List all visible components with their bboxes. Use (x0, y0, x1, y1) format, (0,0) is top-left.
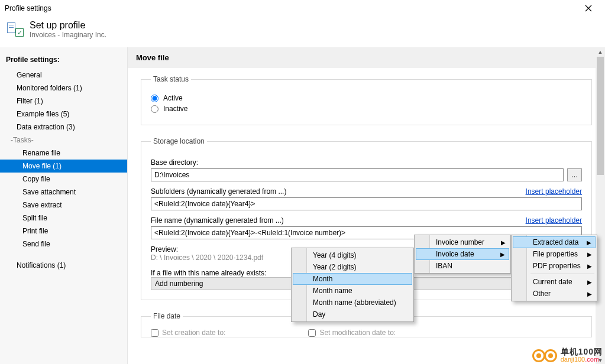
sidebar-item-data-extraction[interactable]: Data extraction (3) (0, 121, 127, 134)
sidebar-section-tasks: -Tasks- (0, 134, 127, 147)
storage-location-legend: Storage location (151, 137, 207, 145)
checkbox-set-modification[interactable] (308, 329, 316, 337)
menu-item-day[interactable]: Day (293, 308, 412, 320)
set-creation-label: Set creation date to: (162, 329, 225, 337)
menu-item-month-name-abbr[interactable]: Month name (abbreviated) (293, 297, 412, 308)
menu-item-year4[interactable]: Year (4 digits) (293, 249, 412, 261)
base-dir-input[interactable] (151, 168, 564, 181)
watermark-logo-icon (532, 347, 557, 364)
radio-inactive-label: Inactive (163, 105, 187, 113)
sidebar-item-filter[interactable]: Filter (1) (0, 95, 127, 108)
scroll-thumb[interactable] (597, 57, 604, 175)
menu-item-pdf-properties[interactable]: PDF properties▶ (513, 260, 596, 272)
checkbox-set-creation[interactable] (151, 329, 158, 337)
scroll-up-icon[interactable]: ▲ (596, 47, 605, 57)
sidebar-task-copy-file[interactable]: Copy file (0, 173, 127, 186)
insert-placeholder-subfolders-link[interactable]: Insert placeholder (526, 187, 582, 196)
sidebar-task-save-attachment[interactable]: Save attachment (0, 186, 127, 199)
chevron-right-icon: ▶ (587, 279, 592, 285)
sidebar-item-notifications[interactable]: Notifications (1) (0, 259, 127, 272)
sidebar-item-monitored-folders[interactable]: Monitored folders (1) (0, 82, 127, 95)
vertical-scrollbar[interactable]: ▲ ▼ (596, 47, 605, 364)
chevron-right-icon: ▶ (501, 239, 506, 246)
profile-icon: ✓ (7, 22, 24, 37)
chevron-right-icon: ▶ (587, 291, 592, 297)
watermark-url: danji100.com (561, 356, 603, 363)
menu-item-other[interactable]: Other▶ (513, 288, 596, 300)
sidebar-item-example-files[interactable]: Example files (5) (0, 108, 127, 121)
menu-item-invoice-number[interactable]: Invoice number▶ (416, 236, 509, 248)
sidebar-task-split-file[interactable]: Split file (0, 212, 127, 225)
filename-label: File name (dynamically generated from ..… (151, 216, 284, 225)
radio-inactive[interactable] (151, 105, 158, 113)
radio-active-label: Active (163, 94, 183, 102)
chevron-right-icon: ▶ (500, 251, 505, 258)
sidebar-task-rename-file[interactable]: Rename file (0, 147, 127, 160)
menu-separator (530, 274, 594, 274)
menu-item-month[interactable]: Month (293, 273, 412, 285)
sidebar-task-save-extract[interactable]: Save extract (0, 199, 127, 212)
task-status-group: Task status Active Inactive (141, 75, 592, 125)
menu-data-fields: Invoice number▶ Invoice date▶ IBAN (414, 235, 511, 274)
menu-item-invoice-date[interactable]: Invoice date▶ (416, 248, 509, 260)
watermark: 单机100网 danji100.com (532, 347, 603, 364)
base-dir-label: Base directory: (151, 158, 582, 167)
menu-item-year2[interactable]: Year (2 digits) (293, 261, 412, 273)
task-status-legend: Task status (151, 75, 191, 83)
browse-button[interactable]: … (567, 168, 582, 181)
sidebar-title: Profile settings: (0, 51, 127, 69)
sidebar-task-print-file[interactable]: Print file (0, 225, 127, 238)
file-date-legend: File date (151, 312, 183, 320)
set-modification-label: Set modification date to: (319, 329, 396, 337)
menu-categories: Extracted data▶ File properties▶ PDF pro… (511, 235, 597, 301)
sidebar-item-general[interactable]: General (0, 69, 127, 82)
panel-title: Move file (128, 47, 605, 68)
subfolders-input[interactable] (151, 197, 582, 210)
sidebar-task-send-file[interactable]: Send file (0, 238, 127, 251)
insert-placeholder-filename-link[interactable]: Insert placeholder (526, 216, 582, 225)
menu-item-month-name[interactable]: Month name (293, 285, 412, 297)
page-subtitle: Invoices - Imaginary Inc. (30, 31, 106, 39)
window-title: Profile settings (5, 4, 577, 12)
menu-item-iban[interactable]: IBAN (416, 260, 509, 272)
sidebar: Profile settings: General Monitored fold… (0, 47, 128, 364)
close-button[interactable] (577, 0, 600, 17)
chevron-right-icon: ▶ (587, 263, 592, 269)
subfolders-label: Subfolders (dynamically generated from .… (151, 187, 286, 196)
page-title: Set up profile (30, 20, 106, 31)
menu-date-parts: Year (4 digits) Year (2 digits) Month Mo… (291, 248, 414, 322)
menu-item-current-date[interactable]: Current date▶ (513, 276, 596, 288)
chevron-right-icon: ▶ (587, 239, 591, 246)
sidebar-task-move-file[interactable]: Move file (1) (0, 160, 127, 173)
menu-item-file-properties[interactable]: File properties▶ (513, 248, 596, 260)
radio-active[interactable] (151, 95, 158, 102)
chevron-right-icon: ▶ (587, 251, 592, 258)
menu-item-extracted-data[interactable]: Extracted data▶ (513, 236, 596, 248)
